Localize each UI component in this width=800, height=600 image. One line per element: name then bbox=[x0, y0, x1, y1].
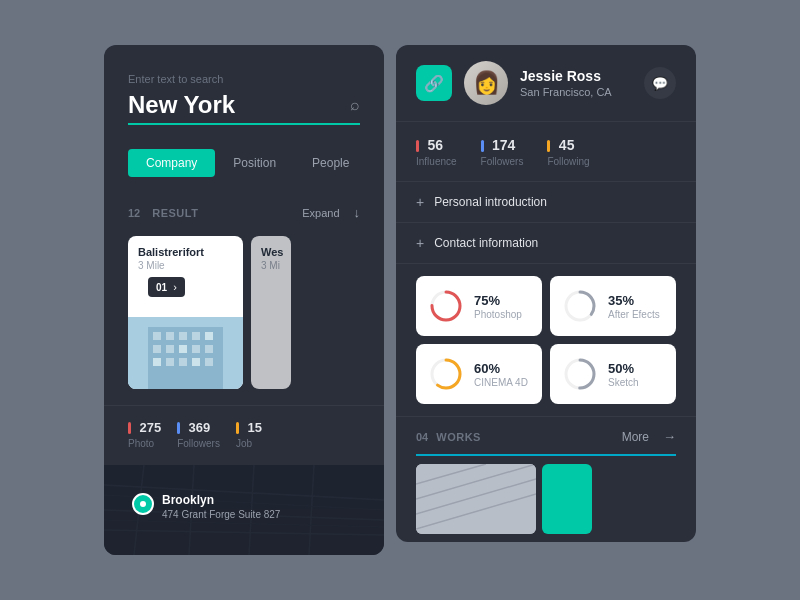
skill-circle-cinema4d bbox=[428, 356, 464, 392]
skill-info-cinema4d: 60% CINEMA 4D bbox=[474, 361, 528, 388]
card-title-1: Balistrerifort bbox=[138, 246, 233, 258]
stat-label-followers: Followers bbox=[177, 438, 220, 449]
svg-rect-13 bbox=[166, 358, 174, 366]
work-thumbnail-2[interactable] bbox=[542, 464, 592, 534]
svg-rect-5 bbox=[192, 332, 200, 340]
skill-name-sketch: Sketch bbox=[608, 377, 639, 388]
svg-rect-14 bbox=[179, 358, 187, 366]
pin-dot bbox=[140, 501, 146, 507]
svg-rect-12 bbox=[153, 358, 161, 366]
stats-row: 275 Photo 369 Followers 15 Job bbox=[104, 405, 384, 465]
filter-tabs: Company Position People bbox=[104, 149, 384, 197]
profile-name: Jessie Ross bbox=[520, 68, 632, 84]
pstat-label-influence: Influence bbox=[416, 156, 457, 167]
stat-bar-photo bbox=[128, 422, 131, 434]
search-value: New York bbox=[128, 91, 350, 119]
skill-circle-sketch bbox=[562, 356, 598, 392]
skill-percent-cinema4d: 60% bbox=[474, 361, 528, 376]
stat-value-photo: 275 bbox=[139, 420, 161, 435]
pstat-bar-influence bbox=[416, 140, 419, 152]
skill-percent-aftereffects: 35% bbox=[608, 293, 660, 308]
map-section: Brooklyn 474 Grant Forge Suite 827 bbox=[104, 465, 384, 555]
card-image-1 bbox=[128, 317, 243, 389]
link-button[interactable]: 🔗 bbox=[416, 65, 452, 101]
svg-rect-6 bbox=[205, 332, 213, 340]
pstat-followers: 174 Followers bbox=[481, 136, 524, 167]
pstat-label-following: Following bbox=[547, 156, 589, 167]
card-nav-1[interactable]: 01 › bbox=[148, 277, 185, 297]
svg-rect-3 bbox=[166, 332, 174, 340]
works-thumbnails bbox=[416, 464, 676, 534]
card-sub-2: 3 Mi bbox=[261, 260, 281, 271]
skill-card-cinema4d: 60% CINEMA 4D bbox=[416, 344, 542, 404]
result-label: RESULT bbox=[152, 207, 294, 219]
search-section: Enter text to search New York ⌕ bbox=[104, 45, 384, 141]
filter-tab-people[interactable]: People bbox=[294, 149, 367, 177]
stat-bar-job bbox=[236, 422, 239, 434]
work-thumbnail-1[interactable] bbox=[416, 464, 536, 534]
personal-intro-row[interactable]: + Personal introduction bbox=[396, 182, 696, 223]
message-icon: 💬 bbox=[652, 76, 668, 91]
profile-location: San Francisco, CA bbox=[520, 86, 632, 98]
svg-rect-7 bbox=[153, 345, 161, 353]
svg-rect-9 bbox=[179, 345, 187, 353]
skill-info-aftereffects: 35% After Efects bbox=[608, 293, 660, 320]
skills-grid: 75% Photoshop 35% After Efects bbox=[396, 264, 696, 417]
card-nav-arrow: › bbox=[173, 281, 177, 293]
contact-info-row[interactable]: + Contact information bbox=[396, 223, 696, 264]
location-pin[interactable] bbox=[132, 493, 154, 515]
svg-rect-11 bbox=[205, 345, 213, 353]
skill-percent-photoshop: 75% bbox=[474, 293, 522, 308]
stat-value-job: 15 bbox=[247, 420, 261, 435]
pstat-label-followers: Followers bbox=[481, 156, 524, 167]
skill-circle-aftereffects bbox=[562, 288, 598, 324]
stat-bar-followers bbox=[177, 422, 180, 434]
result-count: 12 bbox=[128, 207, 140, 219]
skill-name-cinema4d: CINEMA 4D bbox=[474, 377, 528, 388]
svg-rect-4 bbox=[179, 332, 187, 340]
pstat-bar-following bbox=[547, 140, 550, 152]
stat-value-followers: 369 bbox=[189, 420, 211, 435]
contact-info-label: Contact information bbox=[434, 236, 538, 250]
search-hint: Enter text to search bbox=[128, 73, 360, 85]
svg-rect-8 bbox=[166, 345, 174, 353]
works-count: 04 bbox=[416, 431, 428, 443]
stat-followers: 369 Followers bbox=[177, 418, 220, 449]
avatar: 👩 bbox=[464, 61, 508, 105]
skill-name-photoshop: Photoshop bbox=[474, 309, 522, 320]
location-address: 474 Grant Forge Suite 827 bbox=[162, 509, 280, 520]
search-icon[interactable]: ⌕ bbox=[350, 96, 360, 114]
skill-card-photoshop: 75% Photoshop bbox=[416, 276, 542, 336]
stat-label-job: Job bbox=[236, 438, 262, 449]
works-arrow-icon[interactable]: → bbox=[663, 429, 676, 444]
svg-rect-2 bbox=[153, 332, 161, 340]
skill-circle-photoshop bbox=[428, 288, 464, 324]
card-title-2: Wes bbox=[261, 246, 281, 258]
location-name: Brooklyn bbox=[162, 493, 280, 507]
skill-card-aftereffects: 35% After Efects bbox=[550, 276, 676, 336]
message-button[interactable]: 💬 bbox=[644, 67, 676, 99]
skill-info-sketch: 50% Sketch bbox=[608, 361, 639, 388]
sort-icon[interactable]: ↓ bbox=[354, 205, 361, 220]
pstat-value-followers: 174 bbox=[492, 137, 515, 153]
works-label: WORKS bbox=[436, 431, 613, 443]
result-card-1: Balistrerifort 3 Mile 01 › bbox=[128, 236, 243, 389]
stat-label-photo: Photo bbox=[128, 438, 161, 449]
location-info: Brooklyn 474 Grant Forge Suite 827 bbox=[162, 493, 280, 520]
expand-button[interactable]: Expand bbox=[302, 207, 339, 219]
plus-icon-personal: + bbox=[416, 194, 424, 210]
pstat-value-following: 45 bbox=[559, 137, 575, 153]
link-icon: 🔗 bbox=[424, 74, 444, 93]
cards-row: Balistrerifort 3 Mile 01 › bbox=[104, 228, 384, 405]
result-header: 12 RESULT Expand ↓ bbox=[104, 197, 384, 228]
result-card-2: Wes 3 Mi bbox=[251, 236, 291, 389]
skill-info-photoshop: 75% Photoshop bbox=[474, 293, 522, 320]
search-row: New York ⌕ bbox=[128, 91, 360, 125]
filter-tab-position[interactable]: Position bbox=[215, 149, 294, 177]
profile-info: Jessie Ross San Francisco, CA bbox=[520, 68, 632, 98]
plus-icon-contact: + bbox=[416, 235, 424, 251]
card-info-1: Balistrerifort 3 Mile 01 › bbox=[128, 236, 243, 317]
avatar-image: 👩 bbox=[473, 70, 500, 96]
more-button[interactable]: More bbox=[622, 430, 649, 444]
filter-tab-company[interactable]: Company bbox=[128, 149, 215, 177]
